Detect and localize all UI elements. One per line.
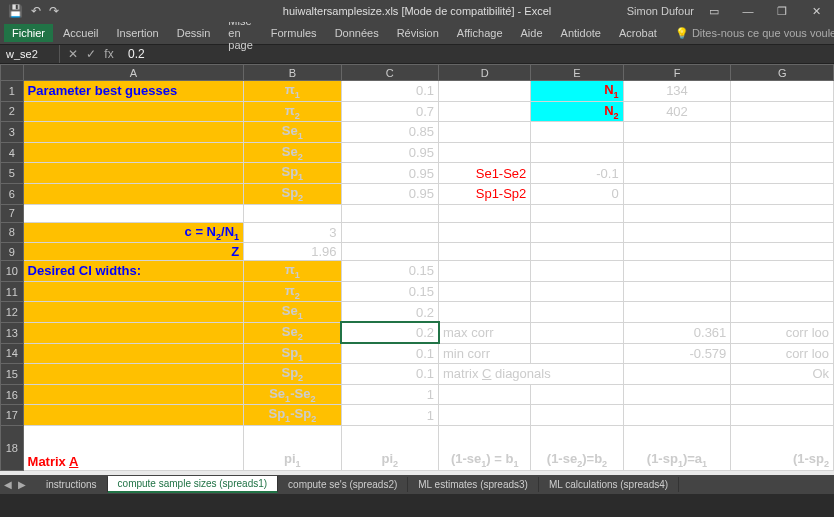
cell-D4[interactable] — [439, 142, 531, 163]
cell-C7[interactable] — [341, 204, 438, 222]
cell-F7[interactable] — [623, 204, 731, 222]
cell-C3[interactable]: 0.85 — [341, 122, 438, 143]
cell-C4[interactable]: 0.95 — [341, 142, 438, 163]
cell-E7[interactable] — [531, 204, 623, 222]
cell-D2[interactable] — [439, 101, 531, 122]
cell-G18[interactable]: (1-sp2 — [731, 425, 834, 470]
tab-antidote[interactable]: Antidote — [553, 24, 609, 42]
cell-F15[interactable] — [623, 364, 731, 385]
cell-C16[interactable]: 1 — [341, 384, 438, 405]
cell-C13-selected[interactable]: 0.2 — [341, 322, 438, 343]
cell-G4[interactable] — [731, 142, 834, 163]
cell-A13[interactable] — [23, 322, 244, 343]
tab-insert[interactable]: Insertion — [108, 24, 166, 42]
cell-G2[interactable] — [731, 101, 834, 122]
cell-D10[interactable] — [439, 261, 531, 282]
cancel-formula-icon[interactable]: ✕ — [66, 47, 80, 61]
sheet-tab-ses[interactable]: compute se's (spreads2) — [278, 477, 408, 492]
cell-G11[interactable] — [731, 281, 834, 302]
tab-data[interactable]: Données — [327, 24, 387, 42]
row-header[interactable]: 2 — [1, 101, 24, 122]
cell-E1[interactable]: N1 — [531, 81, 623, 102]
cell-F3[interactable] — [623, 122, 731, 143]
row-header[interactable]: 4 — [1, 142, 24, 163]
cell-B5[interactable]: Sp1 — [244, 163, 341, 184]
col-header-F[interactable]: F — [623, 65, 731, 81]
cell-E6[interactable]: 0 — [531, 183, 623, 204]
cell-A4[interactable] — [23, 142, 244, 163]
cell-E4[interactable] — [531, 142, 623, 163]
cell-A14[interactable] — [23, 343, 244, 364]
row-header[interactable]: 9 — [1, 243, 24, 261]
cell-B3[interactable]: Se1 — [244, 122, 341, 143]
cell-C18[interactable]: pi2 — [341, 425, 438, 470]
sheet-tab-sample-sizes[interactable]: compute sample sizes (spreads1) — [108, 476, 279, 493]
cell-D11[interactable] — [439, 281, 531, 302]
cell-A6[interactable] — [23, 183, 244, 204]
cell-E18[interactable]: (1-se2)=b2 — [531, 425, 623, 470]
cell-G13[interactable]: corr loo — [731, 322, 834, 343]
cell-C11[interactable]: 0.15 — [341, 281, 438, 302]
tab-view[interactable]: Affichage — [449, 24, 511, 42]
col-header-E[interactable]: E — [531, 65, 623, 81]
cell-F13[interactable]: 0.361 — [623, 322, 731, 343]
sheet-tab-ml-estimates[interactable]: ML estimates (spreads3) — [408, 477, 539, 492]
cell-C17[interactable]: 1 — [341, 405, 438, 426]
cell-F14[interactable]: -0.579 — [623, 343, 731, 364]
redo-icon[interactable]: ↷ — [49, 4, 59, 18]
tell-me-input[interactable]: 💡 Dites-nous ce que vous voulez faire — [675, 27, 834, 40]
cell-E17[interactable] — [531, 405, 623, 426]
cell-B15[interactable]: Sp2 — [244, 364, 341, 385]
row-header[interactable]: 1 — [1, 81, 24, 102]
cell-D6[interactable]: Sp1-Sp2 — [439, 183, 531, 204]
cell-B9[interactable]: 1.96 — [244, 243, 341, 261]
cell-G10[interactable] — [731, 261, 834, 282]
cell-A18[interactable]: Matrix A — [23, 425, 244, 470]
cell-A2[interactable] — [23, 101, 244, 122]
cell-E2[interactable]: N2 — [531, 101, 623, 122]
cell-E3[interactable] — [531, 122, 623, 143]
close-button[interactable]: ✕ — [802, 5, 830, 18]
cell-C15[interactable]: 0.1 — [341, 364, 438, 385]
cell-B10[interactable]: π1 — [244, 261, 341, 282]
cell-G14[interactable]: corr loo — [731, 343, 834, 364]
cell-D5[interactable]: Se1-Se2 — [439, 163, 531, 184]
cell-F9[interactable] — [623, 243, 731, 261]
cell-D8[interactable] — [439, 222, 531, 243]
cell-G15[interactable]: Ok — [731, 364, 834, 385]
cell-E16[interactable] — [531, 384, 623, 405]
cell-B8[interactable]: 3 — [244, 222, 341, 243]
cell-G6[interactable] — [731, 183, 834, 204]
col-header-C[interactable]: C — [341, 65, 438, 81]
cell-A17[interactable] — [23, 405, 244, 426]
maximize-button[interactable]: ❐ — [768, 5, 796, 18]
cell-F1[interactable]: 134 — [623, 81, 731, 102]
cell-A11[interactable] — [23, 281, 244, 302]
sheet-tab-instructions[interactable]: instructions — [36, 477, 108, 492]
cell-A5[interactable] — [23, 163, 244, 184]
cell-B13[interactable]: Se2 — [244, 322, 341, 343]
cell-D3[interactable] — [439, 122, 531, 143]
minimize-button[interactable]: — — [734, 5, 762, 17]
cell-B18[interactable]: pi1 — [244, 425, 341, 470]
cell-A10[interactable]: Desired CI widths: — [23, 261, 244, 282]
row-header[interactable]: 14 — [1, 343, 24, 364]
cell-E13[interactable] — [531, 322, 623, 343]
cell-B1[interactable]: π1 — [244, 81, 341, 102]
tab-formulas[interactable]: Formules — [263, 24, 325, 42]
cell-C5[interactable]: 0.95 — [341, 163, 438, 184]
cell-B12[interactable]: Se1 — [244, 302, 341, 323]
cell-F5[interactable] — [623, 163, 731, 184]
row-header[interactable]: 12 — [1, 302, 24, 323]
row-header[interactable]: 15 — [1, 364, 24, 385]
cell-F6[interactable] — [623, 183, 731, 204]
col-header-G[interactable]: G — [731, 65, 834, 81]
tab-draw[interactable]: Dessin — [169, 24, 219, 42]
cell-G7[interactable] — [731, 204, 834, 222]
cell-A3[interactable] — [23, 122, 244, 143]
sheet-nav-next-icon[interactable]: ▶ — [18, 479, 26, 490]
cell-B14[interactable]: Sp1 — [244, 343, 341, 364]
row-header[interactable]: 18 — [1, 425, 24, 470]
cell-F12[interactable] — [623, 302, 731, 323]
cell-B7[interactable] — [244, 204, 341, 222]
